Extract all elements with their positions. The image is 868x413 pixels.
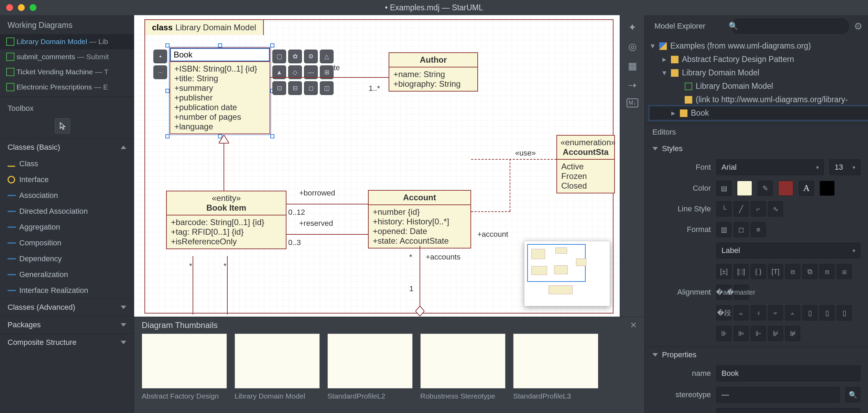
close-icon[interactable]: ✕	[630, 320, 637, 330]
extension-icon[interactable]: ✦	[627, 21, 638, 33]
tree-node-selected[interactable]: ▸Book	[650, 106, 868, 120]
format-toggle[interactable]: ⧇	[820, 264, 835, 279]
align-option[interactable]: ⫞	[751, 305, 766, 320]
quick-tool-button[interactable]: △	[320, 50, 334, 63]
quick-tool-button[interactable]: ◻	[304, 81, 318, 95]
distribute-option[interactable]: ⊩	[751, 326, 766, 341]
class-account[interactable]: Account +number {id}+history: History[0.…	[368, 190, 471, 248]
prop-stereotype-input[interactable]: —	[716, 387, 840, 403]
minimap[interactable]	[524, 241, 610, 306]
thumbnail[interactable]: Library Domain Model	[235, 333, 320, 400]
tree-node[interactable]: Library Domain Model	[650, 80, 868, 93]
quick-tool-button[interactable]: ▢	[272, 50, 286, 63]
explorer-search-input[interactable]	[731, 19, 849, 34]
working-diagram-item[interactable]: Library Domain Model — Lib	[0, 34, 134, 49]
fill-color-button[interactable]: ▤	[716, 181, 731, 196]
association-edge[interactable]	[193, 256, 193, 315]
toolbox-section-composite-structure[interactable]: Composite Structure	[0, 333, 134, 351]
class-author[interactable]: Author +name: String+biography: String	[389, 52, 478, 92]
align-option[interactable]: �段	[716, 305, 731, 320]
format-option[interactable]: ▥	[716, 222, 731, 237]
toolbox-section-classes-advanced[interactable]: Classes (Advanced)	[0, 298, 134, 316]
align-option[interactable]: ▯	[820, 305, 835, 320]
diagram-canvas[interactable]: classLibrary Domain Model +ISBN: String[…	[134, 15, 644, 317]
format-toggle[interactable]: { }	[751, 264, 766, 279]
thumbnail[interactable]: StandardProfileL3	[513, 333, 598, 400]
font-family-select[interactable]: Arial▾	[716, 159, 824, 175]
association-edge[interactable]	[270, 77, 389, 78]
thumbnail[interactable]: StandardProfileL2	[327, 333, 413, 400]
align-option[interactable]: ▯	[837, 305, 852, 320]
association-edge[interactable]	[286, 204, 368, 204]
text-color-button[interactable]: A	[799, 181, 814, 196]
toolbox-item-interface-realization[interactable]: Interface Realization	[0, 283, 134, 298]
generalization-edge[interactable]	[224, 142, 224, 191]
toolbox-item-directed-association[interactable]: Directed Association	[0, 203, 134, 219]
toolbox-item-association[interactable]: Association	[0, 188, 134, 203]
properties-section-header[interactable]: Properties	[645, 347, 868, 363]
share-icon[interactable]: ⇢	[627, 79, 638, 91]
distribute-option[interactable]: ⊫	[734, 326, 749, 341]
working-diagram-item[interactable]: Ticket Vending Machine — T	[0, 64, 134, 80]
line-color-button[interactable]: ✎	[758, 181, 773, 196]
linestyle-option[interactable]: ⌐	[751, 201, 766, 216]
thumbnail[interactable]: Abstract Factory Design	[142, 333, 227, 400]
enum-accountstate[interactable]: «enumeration» AccountSta ActiveFrozenClo…	[556, 135, 615, 193]
format-toggle[interactable]: ⧈	[785, 264, 800, 279]
toolbox-section-classes-basic[interactable]: Classes (Basic)	[0, 138, 134, 156]
format-toggle[interactable]: [T]	[768, 264, 783, 279]
toolbox-section-packages[interactable]: Packages	[0, 316, 134, 333]
format-toggle[interactable]: ⧆	[837, 264, 852, 279]
prop-visibility-select[interactable]: public▾	[716, 408, 860, 413]
quick-tool-button[interactable]: ◫	[320, 81, 334, 95]
quick-tool-button[interactable]: ⊡	[272, 81, 286, 95]
distribute-option[interactable]: ⊪	[716, 326, 731, 341]
align-option[interactable]: ⫟	[768, 305, 783, 320]
quick-tool-button[interactable]: ⚙	[304, 50, 318, 63]
font-size-select[interactable]: 13▾	[829, 159, 860, 175]
format-option[interactable]: ≡	[751, 222, 766, 237]
tree-node[interactable]: (link to http://www.uml-diagrams.org/lib…	[650, 93, 868, 106]
format-option[interactable]: ◻	[734, 222, 749, 237]
gear-icon[interactable]: ⚙	[854, 21, 862, 32]
distribute-option[interactable]: ⊯	[785, 326, 800, 341]
tree-node[interactable]: ▸Abstract Factory Design Pattern	[650, 53, 868, 66]
prop-name-input[interactable]: Book	[716, 366, 860, 381]
tree-node[interactable]: ▾Library Domain Model	[650, 66, 868, 80]
linestyle-option[interactable]: ╱	[734, 201, 749, 216]
quick-tool-button[interactable]: ⊟	[288, 81, 302, 95]
dependency-edge[interactable]	[471, 159, 556, 160]
markdown-icon[interactable]: M↓	[627, 98, 638, 107]
align-option[interactable]: ⫠	[785, 305, 800, 320]
tree-node[interactable]: ▾Examples (from www.uml-diagrams.org)	[650, 39, 868, 53]
selection-tool-button[interactable]	[55, 118, 70, 134]
association-edge[interactable]	[286, 234, 368, 235]
thumbnail[interactable]: Robustness Stereotype	[420, 333, 506, 400]
toolbox-item-generalization[interactable]: Generalization	[0, 267, 134, 283]
toolbox-item-composition[interactable]: Composition	[0, 235, 134, 251]
toolbox-item-aggregation[interactable]: Aggregation	[0, 219, 134, 235]
format-toggle[interactable]: [□]	[734, 264, 749, 279]
linestyle-option[interactable]: └	[716, 201, 731, 216]
quick-tool-button[interactable]: ✦	[153, 50, 167, 63]
target-icon[interactable]: ◎	[627, 41, 638, 52]
class-name-input[interactable]	[170, 48, 270, 61]
align-button[interactable]: �master	[734, 285, 749, 300]
toolbox-item-class[interactable]: Class	[0, 156, 134, 172]
class-book[interactable]: +ISBN: String[0..1] {id}+title: String +…	[170, 47, 270, 134]
align-option[interactable]: ▯	[802, 305, 817, 320]
dependency-edge[interactable]	[510, 159, 510, 211]
quick-tool-button[interactable]: ⋯	[153, 65, 167, 79]
class-book-item[interactable]: «entity» Book Item +barcode: String[0..1…	[166, 191, 286, 249]
association-edge[interactable]	[227, 256, 228, 315]
toolbox-item-dependency[interactable]: Dependency	[0, 251, 134, 267]
fill-color-swatch[interactable]	[737, 181, 752, 196]
toolbox-item-interface[interactable]: Interface	[0, 172, 134, 188]
format-select[interactable]: Label▾	[716, 243, 860, 258]
text-color-swatch[interactable]	[820, 181, 835, 196]
styles-section-header[interactable]: Styles	[645, 141, 868, 157]
grid-icon[interactable]: ▦	[627, 60, 638, 72]
format-toggle[interactable]: [±]	[716, 264, 731, 279]
format-toggle[interactable]: ⧉	[802, 264, 817, 279]
quick-tool-button[interactable]: ✿	[288, 50, 302, 63]
